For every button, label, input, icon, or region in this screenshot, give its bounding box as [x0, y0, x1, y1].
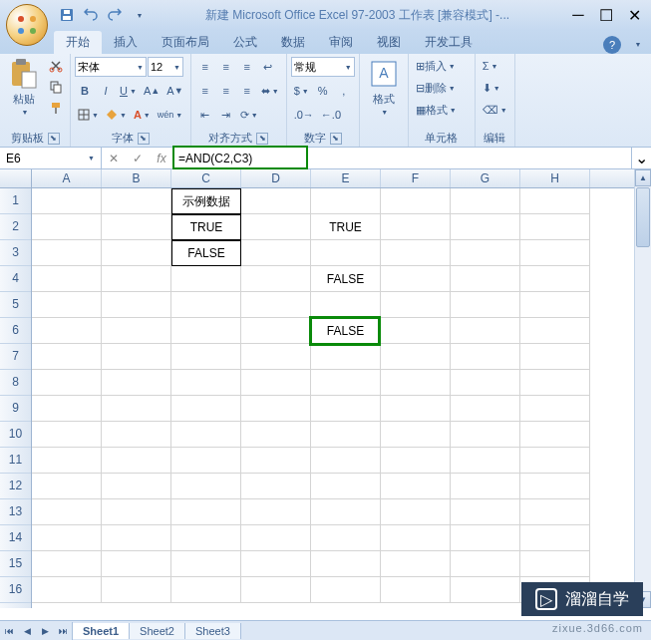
- tab-review[interactable]: 审阅: [317, 31, 365, 54]
- cell-C4[interactable]: [171, 266, 241, 292]
- cell-C9[interactable]: [171, 396, 241, 422]
- cell-G1[interactable]: [451, 188, 520, 214]
- cell-A10[interactable]: [32, 422, 102, 448]
- col-header-g[interactable]: G: [451, 169, 520, 187]
- format-cells-button[interactable]: ▦ 格式▼: [413, 100, 471, 120]
- cell-C3[interactable]: FALSE: [171, 240, 241, 266]
- cell-G8[interactable]: [451, 370, 520, 396]
- cell-A9[interactable]: [32, 396, 102, 422]
- delete-cells-button[interactable]: ⊟ 删除▼: [413, 78, 471, 98]
- cell-H11[interactable]: [520, 448, 590, 474]
- cell-G12[interactable]: [451, 474, 520, 499]
- cell-B6[interactable]: [102, 318, 171, 344]
- cell-B5[interactable]: [102, 292, 171, 318]
- row-header[interactable]: 10: [0, 422, 31, 448]
- cell-B11[interactable]: [102, 448, 171, 474]
- cell-B3[interactable]: [102, 240, 171, 266]
- decrease-decimal-button[interactable]: ←.0: [318, 105, 344, 125]
- row-header[interactable]: 16: [0, 577, 31, 603]
- paste-button[interactable]: 粘贴 ▼: [4, 56, 44, 118]
- cell-C14[interactable]: [171, 525, 241, 551]
- cell-C2[interactable]: TRUE: [171, 214, 241, 240]
- col-header-h[interactable]: H: [520, 169, 590, 187]
- tab-home[interactable]: 开始: [54, 31, 102, 54]
- ribbon-options-dropdown[interactable]: ▼: [627, 34, 647, 54]
- font-name-combo[interactable]: 宋体▼: [75, 57, 147, 77]
- sheet-tab[interactable]: Sheet1: [73, 623, 130, 639]
- cell-E3[interactable]: [311, 240, 381, 266]
- decrease-indent-button[interactable]: ⇤: [195, 105, 215, 125]
- font-launcher[interactable]: ⬊: [138, 133, 150, 145]
- cell-D6[interactable]: [241, 318, 311, 344]
- col-header-a[interactable]: A: [32, 169, 102, 187]
- cell-F13[interactable]: [381, 499, 451, 525]
- clipboard-launcher[interactable]: ⬊: [48, 133, 60, 145]
- cell-E9[interactable]: [311, 396, 381, 422]
- cell-H7[interactable]: [520, 344, 590, 370]
- cell-G5[interactable]: [451, 292, 520, 318]
- font-color-button[interactable]: A▼: [131, 105, 154, 125]
- tab-data[interactable]: 数据: [269, 31, 317, 54]
- tab-formulas[interactable]: 公式: [221, 31, 269, 54]
- cell-E8[interactable]: [311, 370, 381, 396]
- align-top-button[interactable]: ≡: [195, 57, 215, 77]
- office-button[interactable]: [6, 4, 48, 46]
- cell-H15[interactable]: [520, 551, 590, 577]
- cell-D2[interactable]: [241, 214, 311, 240]
- align-bottom-button[interactable]: ≡: [237, 57, 257, 77]
- cell-E11[interactable]: [311, 448, 381, 474]
- cell-F10[interactable]: [381, 422, 451, 448]
- cell-B4[interactable]: [102, 266, 171, 292]
- copy-button[interactable]: [46, 77, 66, 97]
- cell-B15[interactable]: [102, 551, 171, 577]
- cell-G16[interactable]: [451, 577, 520, 603]
- help-button[interactable]: ?: [603, 36, 621, 54]
- tab-view[interactable]: 视图: [365, 31, 413, 54]
- borders-button[interactable]: ▼: [75, 105, 102, 125]
- scroll-up-button[interactable]: ▲: [635, 169, 651, 186]
- cell-D16[interactable]: [241, 577, 311, 603]
- formula-input[interactable]: =AND(C2,C3): [174, 148, 631, 168]
- cell-F2[interactable]: [381, 214, 451, 240]
- row-header[interactable]: 1: [0, 188, 31, 214]
- select-all-button[interactable]: [0, 169, 32, 187]
- maximize-button[interactable]: ☐: [593, 6, 619, 24]
- cell-A8[interactable]: [32, 370, 102, 396]
- cancel-formula-button[interactable]: ✕: [102, 152, 126, 165]
- tab-pagelayout[interactable]: 页面布局: [150, 31, 221, 54]
- cell-A4[interactable]: [32, 266, 102, 292]
- tab-developer[interactable]: 开发工具: [413, 31, 485, 54]
- cell-A16[interactable]: [32, 577, 102, 603]
- cell-D11[interactable]: [241, 448, 311, 474]
- cut-button[interactable]: [46, 56, 66, 76]
- align-right-button[interactable]: ≡: [237, 81, 257, 101]
- close-button[interactable]: ✕: [621, 6, 647, 24]
- number-launcher[interactable]: ⬊: [330, 133, 342, 145]
- cell-F5[interactable]: [381, 292, 451, 318]
- number-format-combo[interactable]: 常规▼: [291, 57, 355, 77]
- cell-G15[interactable]: [451, 551, 520, 577]
- cell-C11[interactable]: [171, 448, 241, 474]
- cell-H3[interactable]: [520, 240, 590, 266]
- cell-styles-button[interactable]: A 格式 ▼: [364, 56, 404, 118]
- cell-A5[interactable]: [32, 292, 102, 318]
- cell-B12[interactable]: [102, 474, 171, 499]
- cell-F14[interactable]: [381, 525, 451, 551]
- autosum-button[interactable]: Σ▼: [480, 56, 501, 76]
- cell-H10[interactable]: [520, 422, 590, 448]
- cell-E4[interactable]: FALSE: [311, 266, 381, 292]
- cell-H1[interactable]: [520, 188, 590, 214]
- cell-H2[interactable]: [520, 214, 590, 240]
- cell-D5[interactable]: [241, 292, 311, 318]
- cell-G7[interactable]: [451, 344, 520, 370]
- wrap-text-button[interactable]: ↩: [258, 57, 278, 77]
- tab-insert[interactable]: 插入: [102, 31, 150, 54]
- cell-F16[interactable]: [381, 577, 451, 603]
- cell-C8[interactable]: [171, 370, 241, 396]
- cell-E5[interactable]: [311, 292, 381, 318]
- grow-font-button[interactable]: A▲: [141, 81, 163, 101]
- cell-A12[interactable]: [32, 474, 102, 499]
- insert-cells-button[interactable]: ⊞ 插入▼: [413, 56, 471, 76]
- increase-indent-button[interactable]: ⇥: [216, 105, 236, 125]
- sheet-nav-first[interactable]: ⏮: [0, 622, 18, 640]
